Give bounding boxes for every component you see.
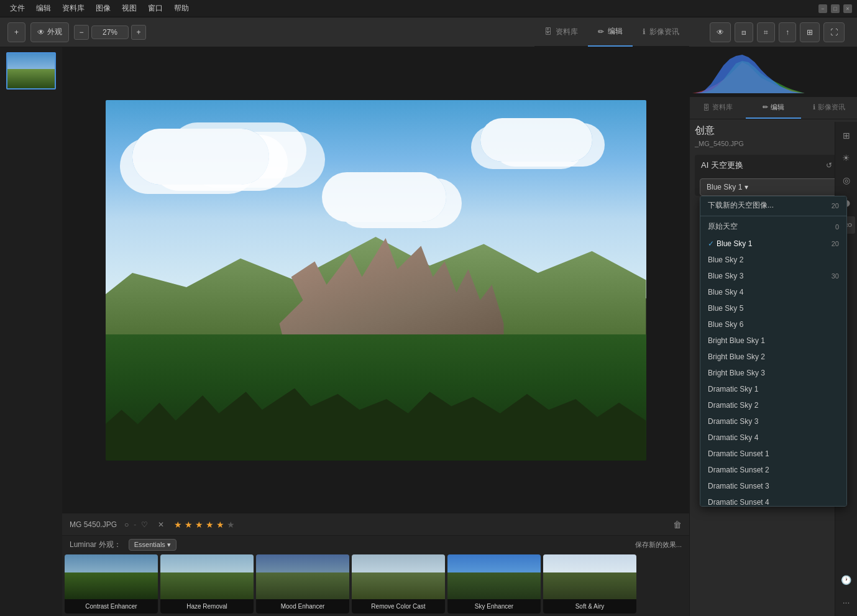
preset-sky-enhancer-label: Sky Enhancer <box>447 599 541 614</box>
eye-icon: 👁 <box>717 28 724 37</box>
close-button[interactable]: × <box>843 4 852 13</box>
filmstrip-item[interactable] <box>6 52 56 90</box>
delete-button[interactable]: 🗑 <box>673 520 682 530</box>
menu-file[interactable]: 文件 <box>5 1 30 16</box>
tab-library-panel[interactable]: 🗄 资料库 <box>690 97 746 119</box>
menu-library[interactable]: 资料库 <box>57 1 89 16</box>
dropdown-item-dramatic-sky-1[interactable]: Dramatic Sky 1 <box>700 381 846 397</box>
preset-label: Luminar 外观： <box>70 540 121 550</box>
compare-button[interactable]: ⧈ <box>735 22 753 42</box>
minimize-button[interactable]: − <box>818 4 827 13</box>
tool-section-header[interactable]: AI 天空更换 ↺ ◉ <box>695 155 852 176</box>
library-icon: 🗄 <box>544 27 552 36</box>
menu-help[interactable]: 帮助 <box>169 1 194 16</box>
dropdown-item-blue-sky-3[interactable]: Blue Sky 3 30 <box>700 268 846 284</box>
star-6[interactable]: ★ <box>227 520 235 530</box>
preset-category-dropdown[interactable]: Essentials ▾ <box>129 539 176 551</box>
preset-remove-color-cast[interactable]: Remove Color Cast <box>352 554 445 614</box>
preset-contrast-enhancer[interactable]: Contrast Enhancer <box>65 554 158 614</box>
dropdown-item-blue-sky-2[interactable]: Blue Sky 2 <box>700 252 846 268</box>
grid-button[interactable]: ⊞ <box>800 22 820 42</box>
rating-area: ○ - ♡ ✕ ★ ★ ★ ★ ★ ★ <box>124 520 235 530</box>
info-panel-icon: ℹ <box>813 103 815 111</box>
view-button[interactable]: 👁 外观 <box>30 22 69 42</box>
star-5[interactable]: ★ <box>216 520 224 530</box>
sun-icon[interactable]: ☀ <box>838 149 855 167</box>
dropdown-item-bright-blue-sky-1[interactable]: Bright Blue Sky 1 <box>700 333 846 349</box>
dropdown-item-blue-sky-4[interactable]: Blue Sky 4 <box>700 284 846 300</box>
view-icon: 👁 <box>37 28 45 37</box>
menu-view[interactable]: 视图 <box>117 1 142 16</box>
export-button[interactable]: ↑ <box>779 22 796 42</box>
tab-library[interactable]: 🗄 资料库 <box>534 17 588 47</box>
tab-edit-panel[interactable]: ✏ 编辑 <box>746 97 802 119</box>
dropdown-item-download[interactable]: 下载新的天空图像... 20 <box>700 196 846 214</box>
panel-tabs: 🗄 资料库 ✏ 编辑 ℹ 影像资讯 <box>690 97 857 119</box>
zoom-control: − 27% + <box>74 25 146 40</box>
zoom-display[interactable]: 27% <box>91 25 129 39</box>
star-1[interactable]: ★ <box>174 520 182 530</box>
star-3[interactable]: ★ <box>195 520 203 530</box>
tab-edit[interactable]: ✏ 编辑 <box>588 17 633 47</box>
menu-window[interactable]: 窗口 <box>143 1 168 16</box>
layers-icon[interactable]: ⊞ <box>838 127 855 144</box>
dropdown-item-blue-sky-5[interactable]: Blue Sky 5 <box>700 300 846 316</box>
dropdown-item-blue-sky-6[interactable]: Blue Sky 6 <box>700 316 846 333</box>
sky-dropdown-button[interactable]: Blue Sky 1 ▾ <box>700 178 847 196</box>
fullscreen-button[interactable]: ⛶ <box>823 22 845 42</box>
image-area: MG 5450.JPG ○ - ♡ ✕ ★ ★ ★ ★ ★ ★ 🗑 Lumina… <box>62 47 689 616</box>
zoom-minus-button[interactable]: − <box>74 25 89 40</box>
split-icon: ⧈ <box>741 28 746 37</box>
preset-soft-airy[interactable]: Soft & Airy <box>543 554 636 614</box>
library-panel-icon: 🗄 <box>703 104 710 111</box>
dropdown-item-dramatic-sky-4[interactable]: Dramatic Sky 4 <box>700 430 846 446</box>
tab-info[interactable]: ℹ 影像资讯 <box>633 17 689 47</box>
dropdown-item-bright-blue-sky-3[interactable]: Bright Blue Sky 3 <box>700 365 846 381</box>
dropdown-item-bright-blue-sky-2[interactable]: Bright Blue Sky 2 <box>700 349 846 365</box>
reject-button[interactable]: ✕ <box>158 520 164 529</box>
dropdown-item-dramatic-sunset-2[interactable]: Dramatic Sunset 2 <box>700 462 846 478</box>
zoom-plus-button[interactable]: + <box>131 25 146 40</box>
sky-dropdown-wrapper: Blue Sky 1 ▾ 下载新的天空图像... 20 原始天空 0 <box>700 178 847 196</box>
circle-status[interactable]: ○ <box>124 520 129 529</box>
history-icon[interactable]: 🕐 <box>838 571 855 589</box>
dropdown-item-dramatic-sunset-1[interactable]: Dramatic Sunset 1 <box>700 446 846 462</box>
histogram-area <box>690 47 857 97</box>
filename-label: MG 5450.JPG <box>70 520 117 529</box>
dropdown-item-original[interactable]: 原始天空 0 <box>700 218 846 236</box>
preview-button[interactable]: 👁 <box>710 22 731 42</box>
maximize-button[interactable]: □ <box>831 4 840 13</box>
file-reference: _MG_5450.JPG <box>695 140 852 147</box>
star-2[interactable]: ★ <box>185 520 193 530</box>
preset-remove-color-cast-label: Remove Color Cast <box>352 599 445 614</box>
menu-image[interactable]: 图像 <box>91 1 116 16</box>
reset-button[interactable]: ↺ <box>825 160 833 171</box>
save-preset-button[interactable]: 保存新的效果... <box>635 540 682 549</box>
crop-button[interactable]: ⌗ <box>757 22 775 42</box>
section-title: 创意 <box>695 124 852 137</box>
sky-dropdown-menu: 下载新的天空图像... 20 原始天空 0 ✓Blue Sky 1 20 <box>700 196 847 507</box>
more-icon[interactable]: ··· <box>838 594 855 611</box>
dropdown-item-blue-sky-1[interactable]: ✓Blue Sky 1 20 <box>700 236 846 252</box>
dropdown-item-dramatic-sunset-4[interactable]: Dramatic Sunset 4 <box>700 494 846 507</box>
preset-mood-enhancer[interactable]: Mood Enhancer <box>256 554 349 614</box>
dropdown-item-dramatic-sky-2[interactable]: Dramatic Sky 2 <box>700 397 846 413</box>
dropdown-item-dramatic-sunset-3[interactable]: Dramatic Sunset 3 <box>700 478 846 494</box>
preset-sky-enhancer[interactable]: Sky Enhancer <box>447 554 541 614</box>
preset-contrast-enhancer-label: Contrast Enhancer <box>65 599 158 614</box>
add-button[interactable]: + <box>7 22 25 42</box>
edit-panel-icon: ✏ <box>763 103 768 111</box>
dropdown-item-dramatic-sky-3[interactable]: Dramatic Sky 3 <box>700 413 846 430</box>
tab-info-panel[interactable]: ℹ 影像资讯 <box>801 97 857 119</box>
preset-haze-removal[interactable]: Haze Removal <box>160 554 254 614</box>
image-canvas <box>62 47 689 513</box>
star-4[interactable]: ★ <box>206 520 214 530</box>
heart-button[interactable]: ♡ <box>141 520 148 529</box>
main-photo <box>106 100 646 461</box>
circle-icon[interactable]: ◎ <box>838 172 855 189</box>
ai-sky-tool-section: AI 天空更换 ↺ ◉ Blue Sky 1 ▾ 下载新的天空图像... <box>695 155 852 196</box>
preset-haze-removal-label: Haze Removal <box>160 599 254 614</box>
menu-edit[interactable]: 编辑 <box>31 1 56 16</box>
image-info-bar: MG 5450.JPG ○ - ♡ ✕ ★ ★ ★ ★ ★ ★ 🗑 <box>62 513 689 535</box>
tool-section-title: AI 天空更换 <box>701 160 821 171</box>
